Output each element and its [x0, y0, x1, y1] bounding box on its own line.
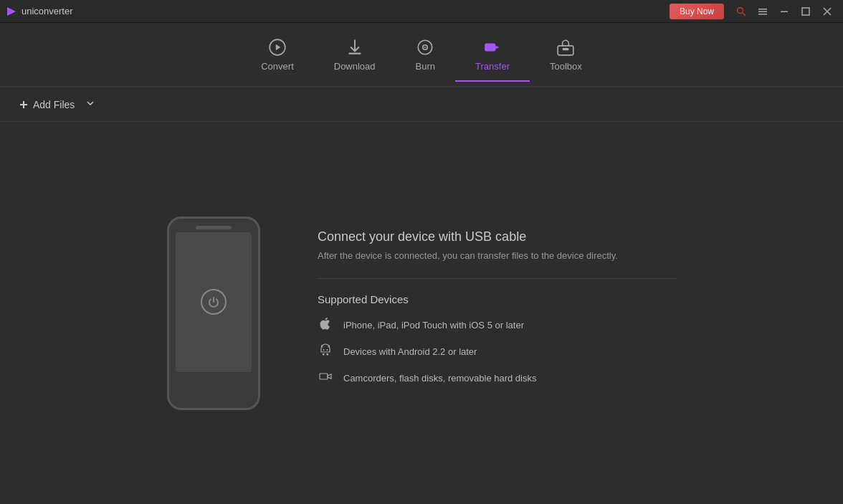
- phone-power-icon: [201, 289, 227, 315]
- camcorder-icon: [318, 370, 333, 386]
- device-item-camcorder: Camcorders, flash disks, removable hard …: [318, 370, 676, 386]
- connect-description: After the device is connected, you can t…: [318, 250, 676, 261]
- device-item-android: Devices with Android 2.2 or later: [318, 343, 676, 360]
- svg-rect-4: [758, 11, 767, 12]
- svg-rect-26: [323, 353, 325, 356]
- svg-rect-3: [758, 9, 767, 10]
- close-icon: [822, 6, 832, 16]
- svg-rect-16: [485, 43, 495, 51]
- menu-icon: [758, 6, 768, 16]
- svg-rect-6: [781, 11, 788, 12]
- svg-rect-27: [327, 353, 329, 356]
- svg-point-1: [738, 7, 743, 13]
- device-label-camcorder: Camcorders, flash disks, removable hard …: [343, 373, 537, 384]
- close-button[interactable]: [817, 1, 837, 22]
- device-item-ios: iPhone, iPad, iPod Touch with iOS 5 or l…: [318, 317, 676, 333]
- nav-label-convert: Convert: [261, 61, 294, 72]
- apple-icon: [318, 317, 333, 333]
- nav-item-transfer[interactable]: Transfer: [455, 29, 530, 80]
- toolbox-icon: [556, 38, 575, 57]
- nav-label-download: Download: [334, 61, 376, 72]
- burn-icon: [416, 38, 434, 57]
- svg-marker-0: [7, 7, 16, 16]
- info-section: Connect your device with USB cable After…: [318, 229, 676, 396]
- nav-item-toolbox[interactable]: Toolbox: [530, 29, 602, 80]
- supported-devices-title: Supported Devices: [318, 293, 676, 305]
- add-files-button[interactable]: Add Files: [11, 95, 82, 115]
- minimize-icon: [779, 6, 789, 16]
- search-icon-button[interactable]: [731, 1, 751, 22]
- transfer-icon: [483, 38, 502, 57]
- titlebar: uniconverter Buy Now: [0, 0, 843, 23]
- nav-label-burn: Burn: [416, 61, 435, 72]
- phone-illustration: [167, 217, 260, 410]
- android-icon: [318, 343, 333, 360]
- phone-home-btn: [201, 375, 227, 401]
- buy-now-button[interactable]: Buy Now: [670, 4, 724, 19]
- app-logo-icon: [6, 6, 17, 17]
- device-label-ios: iPhone, iPad, iPod Touch with iOS 5 or l…: [343, 320, 524, 331]
- convert-icon: [268, 38, 287, 57]
- device-label-android: Devices with Android 2.2 or later: [343, 346, 477, 357]
- phone-top-bar: [196, 226, 232, 229]
- nav-item-burn[interactable]: Burn: [396, 29, 455, 80]
- svg-rect-28: [320, 374, 328, 379]
- phone-device: [167, 217, 260, 410]
- plus-icon: [19, 100, 29, 110]
- svg-point-15: [424, 46, 426, 47]
- svg-rect-17: [558, 45, 574, 54]
- maximize-button[interactable]: [796, 1, 816, 22]
- app-name: uniconverter: [22, 6, 73, 16]
- svg-line-2: [743, 13, 746, 16]
- download-icon: [346, 38, 364, 57]
- main-content: Connect your device with USB cable After…: [0, 122, 843, 504]
- minimize-button[interactable]: [774, 1, 794, 22]
- add-files-dropdown-button[interactable]: [82, 96, 99, 113]
- svg-marker-11: [276, 44, 281, 50]
- svg-marker-29: [328, 374, 331, 379]
- connect-title: Connect your device with USB cable: [318, 229, 676, 244]
- search-icon: [736, 6, 746, 16]
- svg-point-22: [323, 349, 325, 351]
- titlebar-left: uniconverter: [6, 6, 73, 17]
- titlebar-controls: Buy Now: [670, 1, 837, 22]
- power-icon: [206, 295, 221, 309]
- nav-label-toolbox: Toolbox: [550, 61, 582, 72]
- svg-rect-7: [802, 8, 809, 15]
- menu-icon-button[interactable]: [753, 1, 773, 22]
- navbar: Convert Download Burn Transfer Toolbox: [0, 23, 843, 87]
- svg-rect-5: [758, 14, 767, 15]
- chevron-down-icon: [86, 99, 95, 108]
- nav-label-transfer: Transfer: [475, 61, 510, 72]
- add-files-label: Add Files: [33, 99, 75, 110]
- nav-item-convert[interactable]: Convert: [241, 29, 314, 80]
- svg-rect-18: [563, 48, 569, 50]
- svg-point-23: [327, 349, 328, 351]
- svg-rect-12: [348, 52, 361, 54]
- phone-screen: [176, 232, 252, 372]
- maximize-icon: [801, 6, 811, 16]
- nav-item-download[interactable]: Download: [314, 29, 396, 80]
- divider: [318, 278, 676, 279]
- toolbar: Add Files: [0, 87, 843, 122]
